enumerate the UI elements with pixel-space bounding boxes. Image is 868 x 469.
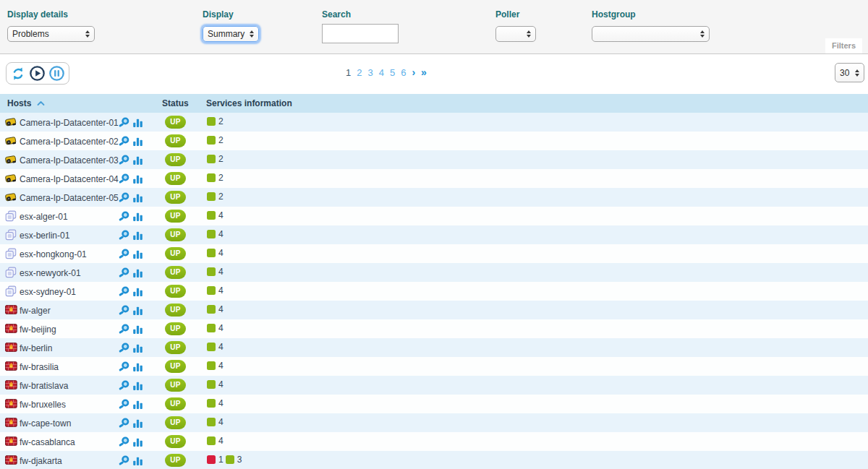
host-name[interactable]: fw-beijing <box>20 324 56 335</box>
page-3[interactable]: 3 <box>367 67 373 78</box>
chart-icon[interactable] <box>132 455 143 469</box>
service-count-square-red[interactable] <box>207 455 216 464</box>
chart-icon[interactable] <box>132 210 143 225</box>
chart-icon[interactable] <box>132 398 143 413</box>
magnifier-icon[interactable] <box>119 135 130 150</box>
host-name[interactable]: esx-alger-01 <box>20 212 68 222</box>
magnifier-icon[interactable] <box>119 154 130 168</box>
chart-icon[interactable] <box>132 192 143 206</box>
chart-icon[interactable] <box>132 342 143 356</box>
pause-icon[interactable] <box>48 65 65 82</box>
chart-icon[interactable] <box>132 361 143 375</box>
host-name[interactable]: Camera-Ip-Datacenter-01 <box>20 118 119 128</box>
service-count-square-green[interactable] <box>207 324 216 332</box>
chart-icon[interactable] <box>132 417 143 431</box>
service-count-square-green[interactable] <box>207 286 216 295</box>
host-name[interactable]: esx-berlin-01 <box>20 231 69 241</box>
chart-icon[interactable] <box>132 229 143 244</box>
service-count-square-green[interactable] <box>207 155 216 163</box>
chart-icon[interactable] <box>132 379 143 394</box>
host-name[interactable]: esx-newyork-01 <box>20 268 81 278</box>
magnifier-icon[interactable] <box>119 267 130 281</box>
chart-icon[interactable] <box>132 248 143 262</box>
service-count-square-green[interactable] <box>207 436 216 445</box>
page-5[interactable]: 5 <box>390 67 395 78</box>
host-name[interactable]: Camera-Ip-Datacenter-04 <box>20 174 119 184</box>
chart-icon[interactable] <box>132 135 143 150</box>
magnifier-icon[interactable] <box>119 398 130 413</box>
host-name[interactable]: fw-bratislava <box>20 381 68 391</box>
magnifier-icon[interactable] <box>119 210 130 225</box>
magnifier-icon[interactable] <box>119 116 130 131</box>
poller-select[interactable] <box>495 26 536 42</box>
magnifier-icon[interactable] <box>119 173 130 187</box>
service-count-square-green[interactable] <box>207 361 216 370</box>
service-count-square-green[interactable] <box>207 173 216 182</box>
magnifier-icon[interactable] <box>119 285 130 300</box>
magnifier-icon[interactable] <box>119 455 130 469</box>
chart-icon[interactable] <box>132 285 143 300</box>
host-name[interactable]: esx-sydney-01 <box>20 287 76 297</box>
refresh-icon[interactable] <box>10 66 26 82</box>
next-page-arrow[interactable]: › <box>412 66 415 78</box>
service-count-square-green[interactable] <box>226 455 234 464</box>
column-status[interactable]: Status <box>162 98 189 108</box>
hostgroup-select[interactable] <box>592 26 710 42</box>
magnifier-icon[interactable] <box>119 379 130 394</box>
host-name[interactable]: Camera-Ip-Datacenter-02 <box>20 137 119 147</box>
service-count-square-green[interactable] <box>207 380 216 389</box>
magnifier-icon[interactable] <box>119 248 130 262</box>
service-count-square-green[interactable] <box>207 211 216 220</box>
chart-icon[interactable] <box>132 323 143 337</box>
chart-icon[interactable] <box>132 304 143 319</box>
chart-icon[interactable] <box>132 116 143 131</box>
service-count-square-green[interactable] <box>207 249 216 257</box>
magnifier-icon[interactable] <box>119 229 130 244</box>
chart-icon[interactable] <box>132 267 143 281</box>
chart-icon[interactable] <box>132 173 143 187</box>
magnifier-icon[interactable] <box>119 417 130 431</box>
last-page-arrow[interactable]: » <box>421 66 427 78</box>
host-name[interactable]: fw-alger <box>20 306 51 316</box>
service-count-square-green[interactable] <box>207 399 216 408</box>
play-icon[interactable] <box>29 65 46 82</box>
magnifier-icon[interactable] <box>119 323 130 337</box>
page-6[interactable]: 6 <box>401 67 406 78</box>
display-details-select[interactable]: Problems <box>7 26 95 42</box>
service-count-square-green[interactable] <box>207 267 216 276</box>
sort-asc-icon[interactable] <box>37 100 45 106</box>
host-name[interactable]: Camera-Ip-Datacenter-05 <box>20 193 119 203</box>
page-4[interactable]: 4 <box>379 67 384 78</box>
service-count-square-green[interactable] <box>207 418 216 426</box>
host-name[interactable]: fw-bruxelles <box>20 400 66 410</box>
chart-icon[interactable] <box>132 436 143 450</box>
search-input[interactable] <box>322 24 399 43</box>
column-services[interactable]: Services information <box>206 98 292 108</box>
service-count-square-green[interactable] <box>207 305 216 314</box>
host-name[interactable]: esx-hongkong-01 <box>20 249 87 259</box>
host-name[interactable]: Camera-Ip-Datacenter-03 <box>20 155 119 165</box>
filters-tab[interactable]: Filters <box>825 38 862 53</box>
host-name[interactable]: fw-casablanca <box>20 437 75 447</box>
magnifier-icon[interactable] <box>119 361 130 375</box>
host-name[interactable]: fw-berlin <box>20 343 52 353</box>
service-count-square-green[interactable] <box>207 192 216 201</box>
host-name[interactable]: fw-djakarta <box>20 456 62 466</box>
page-2[interactable]: 2 <box>357 67 362 78</box>
magnifier-icon[interactable] <box>119 304 130 319</box>
service-count-square-green[interactable] <box>207 117 216 126</box>
host-name[interactable]: fw-brasilia <box>20 362 59 372</box>
display-select[interactable]: Summary <box>203 26 259 42</box>
column-hosts[interactable]: Hosts <box>7 98 45 108</box>
magnifier-icon[interactable] <box>119 192 130 206</box>
service-count-square-green[interactable] <box>207 343 216 351</box>
service-count-square-green[interactable] <box>207 230 216 238</box>
chart-icon[interactable] <box>132 154 143 168</box>
magnifier-icon[interactable] <box>119 436 130 450</box>
host-name[interactable]: fw-cape-town <box>20 418 71 429</box>
magnifier-icon[interactable] <box>119 342 130 356</box>
per-page-select[interactable]: 30 <box>835 63 864 82</box>
service-count-square-green[interactable] <box>207 136 216 145</box>
status-badge: UP <box>165 360 186 373</box>
page-1[interactable]: 1 <box>346 67 351 78</box>
